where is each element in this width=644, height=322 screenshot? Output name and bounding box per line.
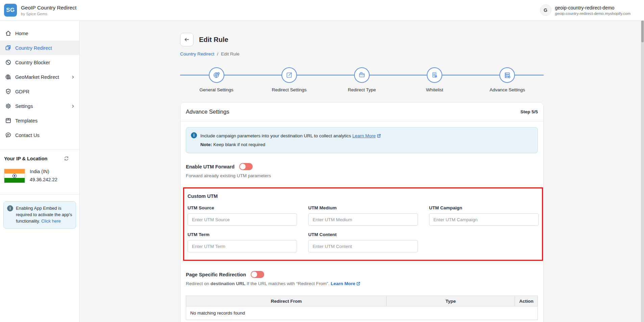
vertical-scrollbar[interactable] <box>641 21 644 322</box>
app-subtitle: by Spice Gems <box>21 12 76 16</box>
back-button[interactable] <box>180 33 194 46</box>
advance-settings-card: Advance Settings Step 5/5 i Include camp… <box>180 102 544 322</box>
utm-forward-description: Forward already existing UTM parameters <box>186 173 538 178</box>
step-redirect-type[interactable]: Redirect Type <box>325 65 398 92</box>
sidebar: Home Country Redirect Country Blocker $ … <box>0 21 80 322</box>
avatar: G <box>540 4 551 16</box>
external-link-icon <box>377 133 381 141</box>
utm-forward-label: Enable UTM Forward <box>186 164 234 169</box>
external-link-icon <box>356 281 361 287</box>
store-domain: geoip-country-redirect-demo.myshopify.co… <box>555 12 630 16</box>
step-label: Redirect Type <box>348 87 376 92</box>
page-specific-desc-prefix: Redirect on <box>186 281 209 286</box>
info-icon: i <box>7 205 13 211</box>
learn-more-link[interactable]: Learn More <box>352 133 376 138</box>
note-text: Keep blank if not required <box>213 142 265 147</box>
sidebar-item-label: Settings <box>15 104 33 109</box>
shield-check-icon <box>5 88 11 95</box>
globe-dollar-icon: $ <box>5 74 11 80</box>
chevron-right-icon <box>71 75 75 79</box>
breadcrumb-separator: / <box>217 51 218 56</box>
sidebar-item-label: Country Blocker <box>15 60 50 65</box>
analytics-info-banner: i Include campaign parameters into your … <box>186 127 538 153</box>
sidebar-item-contact-us[interactable]: Contact Us <box>0 128 79 142</box>
account-menu[interactable]: G geoip-country-redirect-demo geoip-coun… <box>540 4 644 16</box>
step-label: Whitelist <box>426 87 443 92</box>
column-action: Action <box>515 296 538 306</box>
breadcrumb-current: Edit Rule <box>221 51 240 56</box>
sidebar-item-label: Home <box>15 31 28 36</box>
scrollbar-thumb[interactable] <box>641 21 644 42</box>
click-here-link[interactable]: Click here <box>41 218 61 224</box>
sidebar-item-settings[interactable]: Settings <box>0 99 79 113</box>
app-logo: SG <box>4 4 17 17</box>
utm-term-input[interactable] <box>188 240 297 252</box>
custom-utm-heading: Custom UTM <box>188 193 539 199</box>
sidebar-item-label: Contact Us <box>15 133 40 138</box>
sidebar-item-label: Templates <box>15 118 38 123</box>
utm-campaign-label: UTM Campaign <box>429 205 539 210</box>
step-whitelist[interactable]: Whitelist <box>398 65 471 92</box>
page-specific-toggle[interactable] <box>251 271 264 278</box>
home-icon <box>5 30 11 37</box>
country-redirect-icon <box>5 45 11 51</box>
card-title: Advance Settings <box>186 109 229 115</box>
note-label: Note: <box>200 142 212 147</box>
sidebar-item-country-blocker[interactable]: Country Blocker <box>0 55 79 70</box>
refresh-icon[interactable] <box>64 156 69 161</box>
server-gear-icon <box>503 71 511 79</box>
back-arrow-icon <box>184 37 190 43</box>
gear-icon <box>5 103 11 110</box>
utm-campaign-input[interactable] <box>429 213 539 226</box>
utm-source-label: UTM Source <box>188 205 297 210</box>
sidebar-item-home[interactable]: Home <box>0 26 79 41</box>
page-specific-desc-bold: destination URL <box>210 281 246 286</box>
main-content: Edit Rule Country Redirect / Edit Rule G… <box>80 21 644 322</box>
step-redirect-settings[interactable]: Redirect Settings <box>253 65 325 92</box>
utm-term-label: UTM Term <box>188 232 297 237</box>
column-redirect-from: Redirect From <box>186 296 387 306</box>
ip-address: 49.36.242.22 <box>30 176 57 184</box>
utm-medium-input[interactable] <box>308 213 418 226</box>
learn-more-link[interactable]: Learn More <box>331 281 355 286</box>
step-label: Advance Settings <box>490 87 525 92</box>
utm-content-input[interactable] <box>308 240 418 252</box>
page-specific-desc-suffix: If the URL matches with “Redirect From”. <box>247 281 329 286</box>
sidebar-item-templates[interactable]: Templates <box>0 113 79 128</box>
page-title: Edit Rule <box>199 36 228 44</box>
breadcrumb-parent-link[interactable]: Country Redirect <box>180 51 214 56</box>
step-advance-settings[interactable]: Advance Settings <box>471 65 544 92</box>
chat-icon <box>5 132 11 139</box>
ip-location-heading: Your IP & Location <box>4 156 47 161</box>
app-brand: SG GeoIP Country Redirect by Spice Gems <box>0 4 76 17</box>
store-name: geoip-country-redirect-demo <box>555 5 630 11</box>
sidebar-item-gdpr[interactable]: GDPR <box>0 84 79 99</box>
sidebar-divider <box>0 194 79 194</box>
utm-forward-toggle[interactable] <box>239 163 253 170</box>
step-label: General Settings <box>199 87 233 92</box>
utm-source-input[interactable] <box>188 213 297 226</box>
table-row: No matching records found <box>186 306 538 320</box>
blocker-icon <box>5 59 11 66</box>
sidebar-item-label: GeoMarket Redirect <box>15 74 59 80</box>
breadcrumb: Country Redirect / Edit Rule <box>180 51 544 56</box>
document-check-icon <box>431 71 438 79</box>
page-specific-label: Page Specific Redirection <box>186 272 246 277</box>
globe-gear-icon <box>213 71 221 79</box>
india-flag <box>4 169 25 183</box>
step-general-settings[interactable]: General Settings <box>180 65 253 92</box>
custom-utm-highlight-box: Custom UTM UTM Source UTM Medium UTM Cam… <box>183 187 543 261</box>
empty-table-message: No matching records found <box>186 306 538 320</box>
info-icon: i <box>191 132 197 138</box>
sidebar-item-geomarket-redirect[interactable]: $ GeoMarket Redirect <box>0 70 79 84</box>
app-embed-notice: i Enabling App Embed is required to acti… <box>3 201 76 229</box>
chevron-right-icon <box>71 104 75 109</box>
templates-icon <box>5 117 11 124</box>
folder-card-icon <box>358 71 366 79</box>
banner-line1: Include campaign parameters into your de… <box>200 133 351 138</box>
sidebar-item-country-redirect[interactable]: Country Redirect <box>0 41 79 55</box>
ashoka-chakra <box>13 174 17 178</box>
column-type: Type <box>387 296 515 306</box>
step-indicator: Step 5/5 <box>520 109 538 114</box>
step-label: Redirect Settings <box>272 87 306 92</box>
